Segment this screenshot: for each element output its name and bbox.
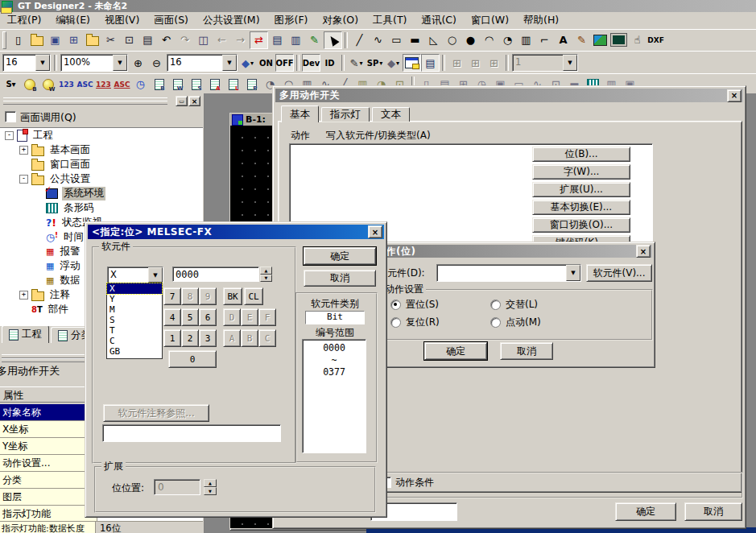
- collapse-icon[interactable]: -: [19, 175, 28, 184]
- device-display-button[interactable]: Dev: [302, 54, 320, 72]
- device-number-spinner[interactable]: ▲ ▼: [260, 266, 272, 282]
- device-dialog-close-icon[interactable]: ×: [368, 225, 382, 238]
- numeric-input-button[interactable]: 123: [94, 76, 113, 93]
- zoom-out-button[interactable]: ⊖: [147, 54, 166, 72]
- bit-button[interactable]: 位(B)...: [532, 147, 630, 162]
- key-F[interactable]: F: [258, 308, 276, 326]
- tab-basic[interactable]: 基本: [281, 105, 319, 122]
- key-B[interactable]: B: [241, 329, 258, 347]
- filled-rect-tool[interactable]: ▬: [406, 31, 424, 49]
- draw-check-button[interactable]: ✎: [305, 31, 324, 49]
- arc-tool[interactable]: ◠: [480, 31, 498, 49]
- piping-tool[interactable]: ⌐: [535, 31, 554, 49]
- device-dialog-titlebar[interactable]: <指定:位> MELSEC-FX ×: [88, 225, 384, 239]
- key-6[interactable]: 6: [199, 308, 217, 326]
- device-list-item-T[interactable]: T: [107, 325, 162, 336]
- alarm-history-button[interactable]: A: [205, 76, 224, 93]
- grid-off-button[interactable]: OFF: [275, 54, 294, 72]
- data-view-button[interactable]: ▤: [268, 31, 287, 49]
- screen-image-list-button[interactable]: ▥: [287, 31, 305, 49]
- bit-cancel-button[interactable]: 取消: [500, 342, 553, 360]
- menu-view[interactable]: 视图(V): [97, 12, 147, 29]
- menu-help[interactable]: 帮助(H): [516, 12, 566, 29]
- device-ok-button[interactable]: 确定: [304, 247, 376, 265]
- sector-tool[interactable]: ◔: [498, 31, 517, 49]
- scale-tool[interactable]: ▥: [517, 31, 535, 49]
- spinner-up-icon[interactable]: ▲: [204, 479, 217, 487]
- spinner-down-icon[interactable]: ▼: [204, 487, 217, 495]
- grid-combo[interactable]: 16▼: [167, 54, 238, 72]
- grid-on-button[interactable]: ON: [257, 54, 275, 72]
- tree-system-env[interactable]: 系统环境: [0, 186, 203, 200]
- bit-position-spinner[interactable]: ▲ ▼: [204, 479, 217, 495]
- menu-common[interactable]: 公共设置(M): [196, 12, 267, 29]
- lamp-bit-button[interactable]: B: [20, 76, 39, 93]
- layer-back-button[interactable]: ⊞: [485, 54, 503, 72]
- key-0[interactable]: 0: [168, 350, 217, 368]
- zoom-combo[interactable]: 100%▼: [60, 54, 128, 72]
- bit-position-field[interactable]: 0: [154, 479, 200, 495]
- key-1[interactable]: 1: [163, 329, 181, 347]
- panel-close-button[interactable]: ×: [188, 96, 200, 106]
- image-tool[interactable]: [591, 31, 609, 49]
- device-comment-button[interactable]: 软元件注释参照...: [103, 404, 209, 422]
- menu-figure[interactable]: 图形(F): [267, 12, 316, 29]
- radio-set[interactable]: [390, 300, 401, 310]
- menu-window[interactable]: 窗口(W): [464, 12, 516, 29]
- switch-object-button[interactable]: S▾: [2, 76, 20, 93]
- filled-circle-tool[interactable]: ●: [461, 31, 480, 49]
- touch-tool[interactable]: ☝: [628, 31, 647, 49]
- spinner-up-icon[interactable]: ▲: [260, 266, 272, 275]
- panel-grip2[interactable]: [3, 101, 167, 105]
- key-2[interactable]: 2: [181, 329, 199, 347]
- tab-lamp[interactable]: 指示灯: [321, 107, 370, 122]
- grid-color-button[interactable]: ◆▾: [238, 54, 257, 72]
- bit-ok-button[interactable]: 确定: [424, 342, 487, 360]
- key-A[interactable]: A: [223, 329, 241, 347]
- device-cancel-button[interactable]: 取消: [304, 270, 376, 287]
- rect-tool[interactable]: ▭: [387, 31, 406, 49]
- device-type-combo[interactable]: X ▼: [107, 266, 163, 283]
- comment-word-button[interactable]: W: [168, 76, 187, 93]
- chevron-down-icon[interactable]: ▼: [113, 55, 127, 71]
- panel-restore-button[interactable]: ▭: [176, 96, 188, 106]
- layer-combo[interactable]: 1▼: [512, 54, 578, 72]
- multi-ok-button[interactable]: 确定: [615, 502, 676, 521]
- radio-momentary[interactable]: [490, 317, 501, 328]
- chevron-down-icon[interactable]: ▼: [566, 265, 580, 281]
- undo-button[interactable]: ↶: [157, 31, 176, 49]
- copy-screen-button[interactable]: ⊞: [64, 31, 83, 49]
- comment-bit-button[interactable]: B: [150, 76, 168, 93]
- sp-display-button[interactable]: SP▾: [366, 54, 384, 72]
- chevron-down-icon[interactable]: ▼: [148, 267, 163, 283]
- device-list-item-S[interactable]: S: [107, 315, 162, 325]
- save-project-button[interactable]: ▣: [46, 31, 64, 49]
- bit-dialog-titlebar[interactable]: 动作(位) ×: [372, 245, 652, 258]
- screen-jump-button[interactable]: ⇄: [250, 31, 268, 49]
- layer-middle-button[interactable]: ⊞: [466, 54, 485, 72]
- collapse-icon[interactable]: -: [5, 131, 14, 140]
- font-size-combo[interactable]: 16▼: [2, 54, 51, 72]
- extended-button[interactable]: 扩展(U)...: [532, 182, 630, 197]
- comment-simple-button[interactable]: S: [187, 76, 205, 93]
- expand-icon[interactable]: +: [19, 146, 28, 155]
- alarm-list-button[interactable]: L: [224, 76, 242, 93]
- dxf-tool[interactable]: DXF: [647, 31, 665, 49]
- tree-project-root[interactable]: -工程: [0, 128, 203, 143]
- bit-dialog-close-icon[interactable]: ×: [636, 245, 651, 258]
- bit-device-button[interactable]: 软元件(V)...: [586, 264, 652, 282]
- key-D[interactable]: D: [223, 308, 241, 326]
- device-list-item-M[interactable]: M: [107, 304, 162, 315]
- chevron-down-icon[interactable]: ▾: [250, 60, 254, 67]
- tree-base-screens[interactable]: +基本画面: [0, 143, 203, 157]
- key-3[interactable]: 3: [199, 329, 217, 347]
- menu-comm[interactable]: 通讯(C): [414, 12, 463, 29]
- device-number-field[interactable]: 0000: [172, 266, 259, 282]
- device-type-dropdown[interactable]: XYMSTCGB: [106, 283, 163, 359]
- device-list-item-X[interactable]: X: [107, 283, 162, 294]
- key-CL[interactable]: CL: [244, 287, 263, 305]
- next-screen-button[interactable]: →: [231, 31, 250, 49]
- key-7[interactable]: 7: [163, 287, 181, 305]
- device-comment-field[interactable]: [102, 424, 281, 442]
- tree-window-screens[interactable]: 窗口画面: [0, 157, 203, 171]
